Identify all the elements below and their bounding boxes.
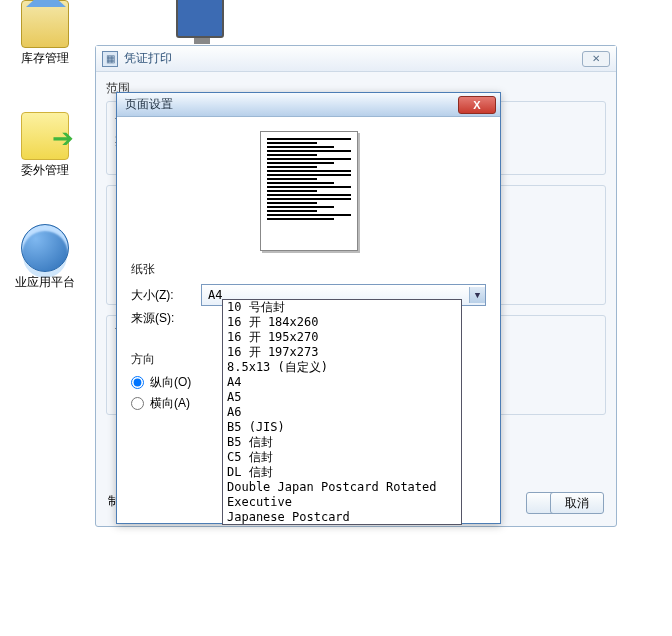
portrait-label: 纵向(O) bbox=[150, 374, 191, 391]
titlebar: ▦ 凭证打印 ✕ bbox=[96, 46, 616, 72]
size-option[interactable]: 8.5x13 (自定义) bbox=[223, 360, 461, 375]
source-label: 来源(S): bbox=[131, 310, 201, 327]
folder-arrow-icon bbox=[21, 112, 69, 160]
window-icon: ▦ bbox=[102, 51, 118, 67]
window-title: 凭证打印 bbox=[124, 50, 582, 67]
size-dropdown-list[interactable]: 10 号信封16 开 184x26016 开 195x27016 开 197x2… bbox=[222, 299, 462, 525]
desktop-icon-label: 委外管理 bbox=[0, 162, 90, 179]
size-option[interactable]: A4 bbox=[223, 375, 461, 390]
size-option[interactable]: B5 (JIS) bbox=[223, 420, 461, 435]
chevron-down-icon: ▼ bbox=[469, 287, 485, 303]
size-option[interactable]: A6 bbox=[223, 405, 461, 420]
size-label: 大小(Z): bbox=[131, 287, 201, 304]
size-option[interactable]: C5 信封 bbox=[223, 450, 461, 465]
size-option[interactable]: DL 信封 bbox=[223, 465, 461, 480]
close-button[interactable]: ✕ bbox=[582, 51, 610, 67]
titlebar: 页面设置 X bbox=[117, 93, 500, 117]
desktop-icon-label: 业应用平台 bbox=[0, 274, 90, 291]
size-value: A4 bbox=[208, 288, 222, 302]
desktop-icon-label: 库存管理 bbox=[0, 50, 90, 67]
landscape-radio[interactable] bbox=[131, 397, 144, 410]
desktop-icon-outsource[interactable]: 委外管理 bbox=[0, 112, 90, 179]
monitor-icon bbox=[176, 0, 224, 38]
desktop-icon-platform[interactable]: 业应用平台 bbox=[0, 224, 90, 291]
size-option[interactable]: Japanese Postcard bbox=[223, 510, 461, 525]
size-option[interactable]: 10 号信封 bbox=[223, 300, 461, 315]
landscape-label: 横向(A) bbox=[150, 395, 190, 412]
size-option[interactable]: Double Japan Postcard Rotated bbox=[223, 480, 461, 495]
house-icon bbox=[21, 0, 69, 48]
paper-section-label: 纸张 bbox=[131, 261, 486, 278]
portrait-radio[interactable] bbox=[131, 376, 144, 389]
desktop-icon-inventory[interactable]: 库存管理 bbox=[0, 0, 90, 67]
size-option[interactable]: 16 开 195x270 bbox=[223, 330, 461, 345]
page-preview bbox=[260, 131, 358, 251]
globe-icon bbox=[21, 224, 69, 272]
size-option[interactable]: 16 开 197x273 bbox=[223, 345, 461, 360]
size-option[interactable]: Executive bbox=[223, 495, 461, 510]
dialog-title: 页面设置 bbox=[121, 96, 458, 113]
cancel-button[interactable]: 取消 bbox=[550, 492, 604, 514]
size-option[interactable]: A5 bbox=[223, 390, 461, 405]
desktop-icon-monitor[interactable] bbox=[155, 0, 245, 40]
close-button[interactable]: X bbox=[458, 96, 496, 114]
size-option[interactable]: B5 信封 bbox=[223, 435, 461, 450]
size-option[interactable]: 16 开 184x260 bbox=[223, 315, 461, 330]
